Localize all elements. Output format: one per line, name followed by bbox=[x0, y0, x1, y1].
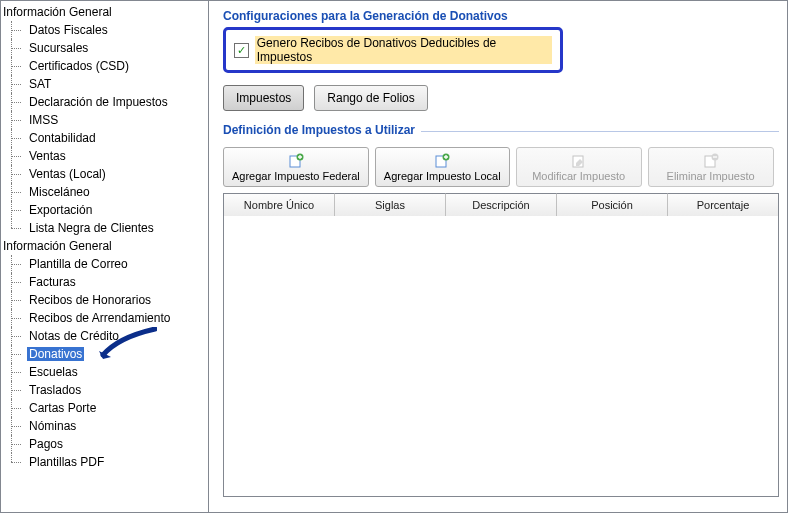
tree-item[interactable]: Plantillas PDF bbox=[1, 453, 208, 471]
tree-item[interactable]: Misceláneo bbox=[1, 183, 208, 201]
tree-item-label: Recibos de Honorarios bbox=[27, 293, 153, 307]
tree-item-label: Facturas bbox=[27, 275, 78, 289]
taxes-grid-body[interactable] bbox=[224, 216, 778, 496]
tree-item[interactable]: Exportación bbox=[1, 201, 208, 219]
delete-icon bbox=[703, 153, 719, 169]
tree-item-label: Escuelas bbox=[27, 365, 80, 379]
tree-item[interactable]: Datos Fiscales bbox=[1, 21, 208, 39]
tree-item[interactable]: Plantilla de Correo bbox=[1, 255, 208, 273]
col-descripcion[interactable]: Descripción bbox=[446, 193, 557, 216]
col-porcentaje[interactable]: Porcentaje bbox=[668, 193, 778, 216]
modify-tax-button: Modificar Impuesto bbox=[516, 147, 642, 187]
tree-item-label: Certificados (CSD) bbox=[27, 59, 131, 73]
tree-item[interactable]: Ventas bbox=[1, 147, 208, 165]
add-local-tax-button[interactable]: Agregar Impuesto Local bbox=[375, 147, 510, 187]
col-siglas[interactable]: Siglas bbox=[335, 193, 446, 216]
tree-item-label: Lista Negra de Clientes bbox=[27, 221, 156, 235]
tree-item-label: SAT bbox=[27, 77, 53, 91]
taxes-legend: Definición de Impuestos a Utilizar bbox=[223, 123, 421, 137]
taxes-grid-header: Nombre Único Siglas Descripción Posición… bbox=[224, 193, 778, 216]
taxes-grid: Nombre Único Siglas Descripción Posición… bbox=[223, 193, 779, 497]
tree-item-label: Nóminas bbox=[27, 419, 78, 433]
taxes-fieldset: Definición de Impuestos a Utilizar Agreg… bbox=[223, 123, 779, 497]
tree-item[interactable]: Ventas (Local) bbox=[1, 165, 208, 183]
tree-item[interactable]: Nóminas bbox=[1, 417, 208, 435]
tree-item-label: Sucursales bbox=[27, 41, 90, 55]
config-highlight-box: ✓ Genero Recibos de Donativos Deducibles… bbox=[223, 27, 563, 73]
add-federal-tax-label: Agregar Impuesto Federal bbox=[232, 170, 360, 182]
tab-row: Impuestos Rango de Folios bbox=[223, 85, 779, 111]
tree-item[interactable]: Traslados bbox=[1, 381, 208, 399]
tree-item-label: Plantilla de Correo bbox=[27, 257, 130, 271]
col-posicion[interactable]: Posición bbox=[557, 193, 668, 216]
tree-item[interactable]: Contabilidad bbox=[1, 129, 208, 147]
tree-item-label: Donativos bbox=[27, 347, 84, 361]
tree-item[interactable]: Facturas bbox=[1, 273, 208, 291]
tree-item-label: Misceláneo bbox=[27, 185, 92, 199]
tree-item[interactable]: Lista Negra de Clientes bbox=[1, 219, 208, 237]
main-panel: Configuraciones para la Generación de Do… bbox=[209, 1, 787, 512]
tree-item-label: Plantillas PDF bbox=[27, 455, 106, 469]
tree-item[interactable]: Certificados (CSD) bbox=[1, 57, 208, 75]
tree-item[interactable]: SAT bbox=[1, 75, 208, 93]
tree-item-label: Ventas (Local) bbox=[27, 167, 108, 181]
taxes-toolbar: Agregar Impuesto Federal Agregar Impuest… bbox=[223, 147, 779, 187]
tree-item[interactable]: IMSS bbox=[1, 111, 208, 129]
annotation-arrow-icon bbox=[97, 327, 157, 363]
tree-group-2-label[interactable]: Información General bbox=[1, 237, 208, 255]
tree-item-label: Traslados bbox=[27, 383, 83, 397]
genera-recibos-checkbox[interactable]: ✓ bbox=[234, 43, 249, 58]
add-icon bbox=[288, 153, 304, 169]
tree-item-label: Datos Fiscales bbox=[27, 23, 110, 37]
tree-item[interactable]: Recibos de Arrendamiento bbox=[1, 309, 208, 327]
col-nombre-unico[interactable]: Nombre Único bbox=[224, 193, 335, 216]
tab-impuestos[interactable]: Impuestos bbox=[223, 85, 304, 111]
delete-tax-label: Eliminar Impuesto bbox=[667, 170, 755, 182]
tree-item[interactable]: Cartas Porte bbox=[1, 399, 208, 417]
add-local-tax-label: Agregar Impuesto Local bbox=[384, 170, 501, 182]
tree-item-label: Contabilidad bbox=[27, 131, 98, 145]
config-section-title: Configuraciones para la Generación de Do… bbox=[223, 9, 779, 23]
tree-item-label: IMSS bbox=[27, 113, 60, 127]
edit-icon bbox=[571, 153, 587, 169]
sidebar-tree: Información General Datos FiscalesSucurs… bbox=[1, 1, 209, 512]
add-icon bbox=[434, 153, 450, 169]
add-federal-tax-button[interactable]: Agregar Impuesto Federal bbox=[223, 147, 369, 187]
tree-item-label: Exportación bbox=[27, 203, 94, 217]
genera-recibos-label: Genero Recibos de Donativos Deducibles d… bbox=[255, 36, 552, 64]
tree-item-label: Declaración de Impuestos bbox=[27, 95, 170, 109]
delete-tax-button: Eliminar Impuesto bbox=[648, 147, 774, 187]
tree-item[interactable]: Sucursales bbox=[1, 39, 208, 57]
tree-item[interactable]: Pagos bbox=[1, 435, 208, 453]
check-icon: ✓ bbox=[237, 45, 246, 56]
tree-item[interactable]: Recibos de Honorarios bbox=[1, 291, 208, 309]
tree-item-label: Cartas Porte bbox=[27, 401, 98, 415]
tab-rango-folios[interactable]: Rango de Folios bbox=[314, 85, 427, 111]
modify-tax-label: Modificar Impuesto bbox=[532, 170, 625, 182]
tree-group-1-label[interactable]: Información General bbox=[1, 3, 208, 21]
tree-item-label: Pagos bbox=[27, 437, 65, 451]
tree-item-label: Ventas bbox=[27, 149, 68, 163]
tree-item[interactable]: Declaración de Impuestos bbox=[1, 93, 208, 111]
tree-item-label: Recibos de Arrendamiento bbox=[27, 311, 172, 325]
tree-item[interactable]: Escuelas bbox=[1, 363, 208, 381]
